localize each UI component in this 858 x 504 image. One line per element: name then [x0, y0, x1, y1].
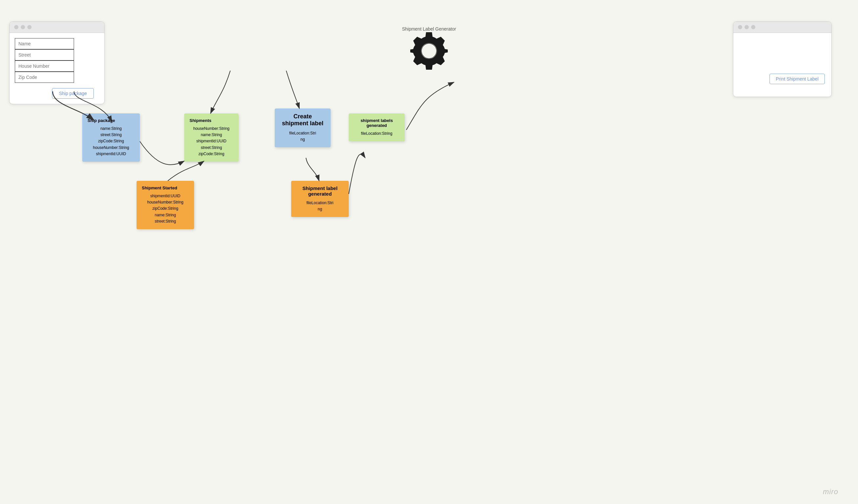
right-browser-window: Print Shipment Label [733, 21, 832, 97]
miro-watermark: miro [823, 488, 838, 496]
shipments-card-body: houseNumber:Stringname:StringshipmentId:… [190, 126, 233, 157]
shipment-label-generated-card-title: Shipment labelgenerated [297, 185, 344, 197]
gear-icon-svg [409, 31, 449, 71]
ship-package-card-body: name:Stringstreet:StringzipCode:Stringho… [88, 126, 134, 157]
right-window-content: Print Shipment Label [733, 33, 831, 92]
name-field[interactable] [15, 38, 74, 49]
dot-green [27, 25, 32, 29]
dot-red-r [738, 25, 742, 29]
arrows-overlay [0, 0, 858, 504]
right-titlebar [733, 22, 831, 33]
dot-yellow [21, 25, 25, 29]
shipment-started-card-title: Shipment Started [142, 185, 189, 190]
create-shipment-card-title: Createshipment label [280, 113, 325, 127]
gear-label: Shipment Label Generator [402, 26, 456, 32]
shipments-card: Shipments houseNumber:Stringname:Strings… [184, 113, 239, 162]
zip-code-field[interactable] [15, 72, 74, 83]
dot-red [14, 25, 18, 29]
shipment-labels-card-body: fileLocation:String [354, 131, 399, 137]
shipment-labels-card-title: shipment labelsgenerated [354, 118, 399, 128]
ship-package-card-title: Ship package [88, 118, 134, 123]
svg-point-1 [422, 44, 436, 59]
shipment-labels-generated-card: shipment labelsgenerated fileLocation:St… [349, 113, 404, 141]
form-fields [15, 38, 99, 83]
dot-yellow-r [745, 25, 749, 29]
street-field[interactable] [15, 49, 74, 61]
house-number-field[interactable] [15, 61, 74, 72]
create-shipment-card: Createshipment label fileLocation:String [275, 109, 331, 147]
shipment-label-generated-card: Shipment labelgenerated fileLocation:Str… [291, 181, 349, 217]
shipment-started-card: Shipment Started shipmentId:UUIDhouseNum… [137, 181, 194, 229]
print-shipment-label-button[interactable]: Print Shipment Label [769, 74, 825, 84]
left-browser-window: Ship package [9, 21, 105, 104]
shipments-card-title: Shipments [190, 118, 233, 123]
create-shipment-card-body: fileLocation:String [280, 130, 325, 143]
dot-green-r [751, 25, 756, 29]
left-titlebar [10, 22, 104, 33]
left-window-content: Ship package [10, 33, 104, 104]
ship-package-button[interactable]: Ship package [52, 88, 94, 99]
ship-package-card: Ship package name:Stringstreet:Stringzip… [82, 113, 140, 162]
shipment-label-generated-card-body: fileLocation:String [297, 200, 344, 212]
shipment-started-card-body: shipmentId:UUIDhouseNumber:StringzipCode… [142, 193, 189, 225]
